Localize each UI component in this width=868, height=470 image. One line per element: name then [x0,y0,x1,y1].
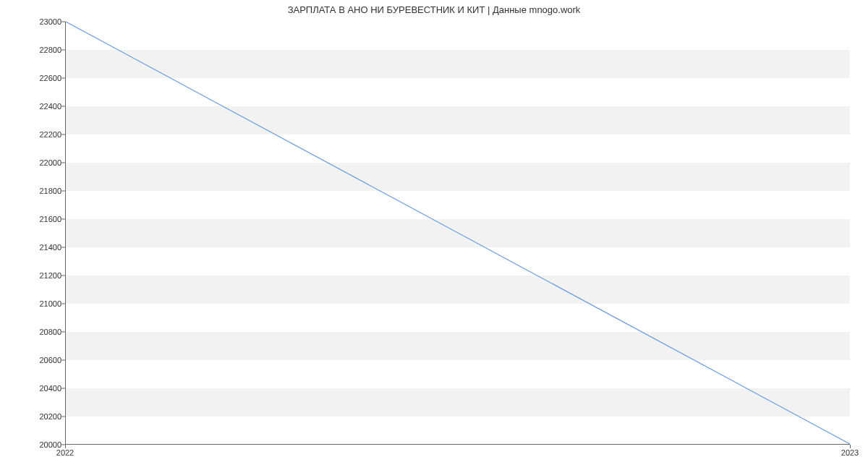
y-tick-label: 20800 [29,328,61,336]
y-tick-label: 21600 [29,215,61,223]
y-tick-label: 22600 [29,74,61,82]
y-tick-mark [61,247,65,248]
x-tick-label: 2022 [56,448,74,457]
y-tick-mark [61,50,65,51]
x-tick-mark [850,445,851,448]
y-tick-label: 20600 [29,356,61,364]
y-tick-mark [61,78,65,79]
y-tick-label: 22000 [29,158,61,167]
y-tick-mark [61,106,65,107]
chart-title: ЗАРПЛАТА В АНО НИ БУРЕВЕСТНИК И КИТ | Да… [0,4,868,15]
data-line [66,22,850,444]
x-tick-label: 2023 [841,448,859,457]
y-tick-mark [61,219,65,220]
y-tick-label: 21800 [29,187,61,195]
y-tick-label: 21400 [29,243,61,252]
y-tick-label: 21200 [29,271,61,280]
y-tick-label: 22200 [29,130,61,139]
y-tick-mark [61,134,65,135]
y-tick-mark [61,163,65,163]
y-tick-mark [61,360,65,361]
y-tick-mark [61,332,65,333]
plot-area [65,22,850,445]
y-tick-mark [61,304,65,304]
chart-container: ЗАРПЛАТА В АНО НИ БУРЕВЕСТНИК И КИТ | Да… [0,0,868,470]
y-tick-label: 22800 [29,46,61,54]
y-tick-mark [61,275,65,276]
y-tick-label: 20400 [29,384,61,393]
y-tick-label: 21000 [29,299,61,308]
y-tick-mark [61,388,65,389]
y-tick-mark [61,191,65,192]
x-tick-mark [65,445,66,448]
y-tick-label: 20200 [29,412,61,421]
y-tick-label: 23000 [29,17,61,26]
y-tick-mark [61,22,65,22]
y-tick-label: 22400 [29,102,61,111]
y-tick-mark [61,416,65,417]
